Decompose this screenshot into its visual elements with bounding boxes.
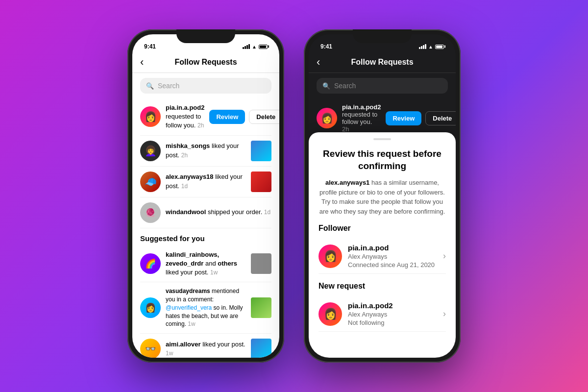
post-thumbnail — [251, 253, 271, 274]
time-badge: 2h — [197, 122, 204, 129]
review-button[interactable]: Review — [386, 111, 421, 125]
new-request-row[interactable]: 👩 pia.in.a.pod2 Alex Anyways Not followi… — [318, 296, 446, 332]
page-title: Follow Requests — [174, 58, 237, 67]
avatar: 🧶 — [140, 202, 161, 223]
follower-section-label: Follower — [318, 224, 446, 233]
time-badge: 1d — [264, 209, 270, 216]
delete-button[interactable]: Delete — [425, 111, 456, 125]
avatar: 👓 — [140, 339, 161, 358]
wifi-icon: ▲ — [252, 44, 257, 49]
avatar: 👩‍🦱 — [140, 141, 161, 161]
signal-icon — [243, 44, 250, 49]
mention: @unverified_vera — [166, 304, 212, 311]
notif-item-vasuday: 👩 vasudaydreams mentioned you in a comme… — [140, 282, 271, 334]
action-text: requested to follow you. — [342, 111, 377, 125]
back-button[interactable]: ‹ — [140, 56, 144, 69]
notch — [176, 29, 235, 43]
search-input[interactable]: Search — [158, 82, 179, 90]
delete-button[interactable]: Delete — [249, 110, 279, 124]
search-bar[interactable]: 🔍 Search — [140, 78, 271, 94]
search-bar-dark[interactable]: 🔍 Search — [317, 78, 448, 94]
new-request-avatar: 👩 — [318, 302, 342, 326]
search-icon: 🔍 — [146, 82, 154, 90]
right-header: ‹ Follow Requests — [309, 52, 456, 73]
notif-text: pia.in.a.pod2 requested to follow you. 2… — [166, 103, 204, 130]
chevron-right-icon: › — [443, 251, 446, 261]
notif-text: vasudaydreams mentioned you in a comment… — [166, 287, 246, 328]
time-badge: 1w — [188, 320, 195, 327]
avatar: 👩 — [140, 106, 161, 127]
avatar: 🧢 — [140, 172, 161, 192]
time-badge: 1d — [181, 183, 188, 190]
time: 9:41 — [320, 43, 332, 50]
notif-text: alex.anyways18 liked your post. 1d — [166, 172, 246, 190]
battery-icon — [435, 45, 444, 49]
suggested-section-label: Suggested for you — [140, 228, 271, 245]
action-text: requested to follow you. — [166, 113, 201, 129]
dark-follow-request: 👩 pia.in.a.pod2 requested to follow you.… — [309, 98, 456, 138]
back-button[interactable]: ‹ — [317, 56, 320, 69]
modal-handle — [373, 138, 391, 140]
notif-text: mishka_songs liked your post. 2h — [166, 142, 246, 159]
post-thumbnail — [251, 172, 271, 192]
page-title: Follow Requests — [351, 58, 413, 67]
action-text: shipped your order. — [208, 208, 264, 216]
notification-list: 👩 pia.in.a.pod2 requested to follow you.… — [132, 98, 279, 358]
follower-row[interactable]: 👩 pia.in.a.pod Alex Anyways Connected si… — [318, 239, 446, 274]
left-phone: 9:41 ▲ ‹ Follow Requests — [127, 29, 284, 363]
new-request-displayname: Alex Anyways — [348, 311, 437, 318]
review-button[interactable]: Review — [209, 110, 245, 124]
time-badge: 2h — [181, 152, 188, 159]
right-phone: 9:41 ▲ ‹ Follow Requests — [304, 29, 461, 363]
username: aimi.allover — [166, 341, 201, 348]
time: 9:41 — [144, 43, 156, 50]
time-badge: 1w — [166, 350, 173, 357]
action-text2: liked your post. — [166, 269, 210, 276]
notif-text: windandwool shipped your order. 1d — [166, 208, 271, 217]
follower-info: pia.in.a.pod Alex Anyways Connected sinc… — [348, 244, 437, 269]
notif-item-kalindi: 🌈 kalindi_rainbows, zevedo_drdr and othe… — [140, 245, 271, 283]
signal-icon — [419, 44, 426, 49]
search-input[interactable]: Search — [334, 82, 356, 90]
avatar: 👩 — [317, 108, 337, 128]
new-request-section-label: New request — [318, 282, 446, 291]
notif-item-mishka: 👩‍🦱 mishka_songs liked your post. 2h — [140, 136, 271, 167]
username: windandwool — [166, 208, 206, 216]
modal-subtitle: alex.anyways1 has a similar username, pr… — [318, 178, 446, 216]
battery-icon — [259, 45, 268, 49]
notif-item-windandwool: 🧶 windandwool shipped your order. 1d — [140, 197, 271, 228]
modal-title: Review this request before confirming — [318, 148, 446, 172]
suspicious-username: alex.anyways1 — [325, 179, 369, 186]
notif-text: kalindi_rainbows, zevedo_drdr and others… — [166, 250, 246, 277]
review-modal: Review this request before confirming al… — [309, 132, 456, 358]
action-text: liked your post. — [202, 341, 245, 348]
notif-text: pia.in.a.pod2 requested to follow you. 2… — [342, 103, 381, 133]
left-header: ‹ Follow Requests — [132, 52, 279, 73]
avatar: 🌈 — [140, 253, 161, 274]
follow-request-item: 👩 pia.in.a.pod2 requested to follow you.… — [140, 98, 271, 136]
follower-avatar: 👩 — [318, 245, 342, 268]
chevron-right-icon: › — [443, 309, 446, 319]
notif-text: aimi.allover liked your post. 1w — [166, 340, 246, 358]
follower-username: pia.in.a.pod — [348, 244, 437, 252]
action-text: and — [205, 260, 218, 267]
search-icon: 🔍 — [322, 82, 330, 90]
avatar: 👩 — [140, 297, 161, 318]
follower-displayname: Alex Anyways — [348, 253, 437, 260]
new-request-info: pia.in.a.pod2 Alex Anyways Not following — [348, 301, 437, 326]
username: alex.anyways18 — [166, 173, 214, 180]
post-thumbnail — [251, 339, 271, 358]
wifi-icon: ▲ — [428, 44, 433, 49]
action-buttons: Review Delete — [386, 111, 456, 125]
post-thumbnail — [251, 297, 271, 318]
username: vasudaydreams — [166, 288, 210, 294]
others-label: others — [218, 260, 237, 267]
notif-item-alex: 🧢 alex.anyways18 liked your post. 1d — [140, 167, 271, 197]
notif-item-aimi: 👓 aimi.allover liked your post. 1w — [140, 334, 271, 358]
post-thumbnail — [251, 141, 271, 161]
time-badge: 2h — [342, 125, 349, 133]
new-request-username: pia.in.a.pod2 — [348, 301, 437, 310]
action-buttons: Review Delete — [209, 110, 279, 124]
username: pia.in.a.pod2 — [342, 103, 381, 111]
new-request-sub: Not following — [348, 319, 437, 326]
